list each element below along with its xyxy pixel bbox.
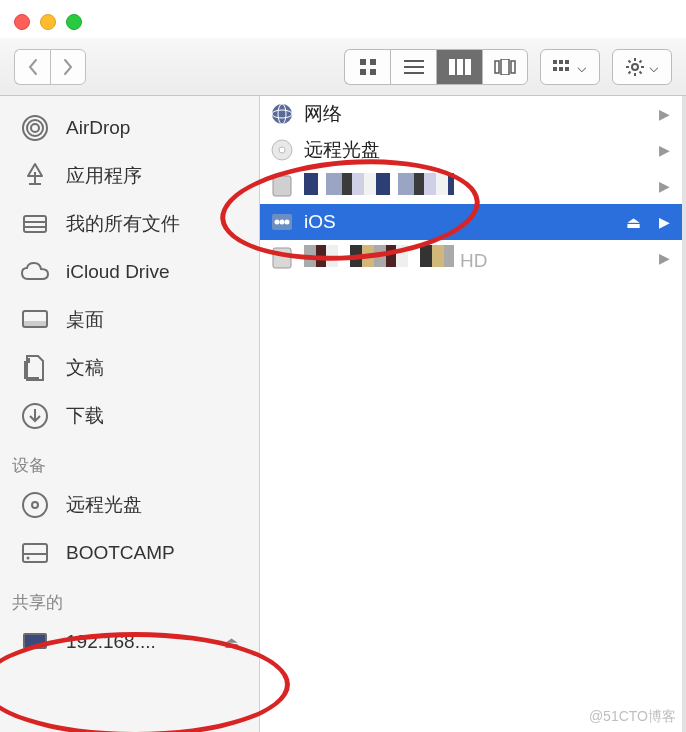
svg-point-19	[632, 64, 638, 70]
apps-icon	[20, 161, 50, 191]
traffic-lights	[14, 14, 82, 30]
sidebar-item-desktop[interactable]: 桌面	[0, 296, 259, 344]
svg-point-32	[27, 557, 30, 560]
svg-rect-17	[559, 67, 563, 71]
sidebar-item-icloud[interactable]: iCloud Drive	[0, 248, 259, 296]
svg-rect-16	[553, 67, 557, 71]
svg-point-30	[32, 502, 38, 508]
column-view-button[interactable]	[436, 49, 482, 85]
sidebar-item-label: 桌面	[66, 307, 104, 333]
documents-icon	[20, 353, 50, 383]
main-item-label	[304, 173, 649, 200]
sidebar-item-documents[interactable]: 文稿	[0, 344, 259, 392]
svg-rect-9	[465, 59, 471, 75]
svg-rect-41	[273, 176, 291, 196]
svg-point-44	[280, 220, 285, 225]
main-item-remote-disc[interactable]: 远程光盘 ▶	[260, 132, 682, 168]
allfiles-icon	[20, 209, 50, 239]
toolbar: ⌵ ⌵	[0, 38, 686, 96]
main-item-label: HD	[304, 245, 649, 272]
group-button[interactable]: ⌵	[540, 49, 600, 85]
nav-buttons	[14, 49, 86, 85]
svg-rect-12	[511, 61, 515, 73]
devices-header: 设备	[0, 440, 259, 481]
main-item-pixelated-2[interactable]: HD ▶	[260, 240, 682, 276]
action-button[interactable]: ⌵	[612, 49, 672, 85]
icon-view-button[interactable]	[344, 49, 390, 85]
sidebar-item-label: 我的所有文件	[66, 211, 180, 237]
chevron-right-icon: ▶	[659, 142, 670, 158]
chevron-right-icon: ▶	[659, 250, 670, 266]
sidebar-item-label: 文稿	[66, 355, 104, 381]
svg-point-20	[31, 124, 39, 132]
network-icon	[270, 102, 294, 126]
sidebar-item-shared-server[interactable]: 192.168.... ⏏	[0, 618, 259, 666]
eject-icon[interactable]: ⏏	[224, 633, 239, 652]
minimize-window-button[interactable]	[40, 14, 56, 30]
main-item-pixelated-1[interactable]: ▶	[260, 168, 682, 204]
sidebar-item-applications[interactable]: 应用程序	[0, 152, 259, 200]
chevron-down-icon: ⌵	[577, 57, 587, 76]
svg-rect-15	[565, 60, 569, 64]
svg-point-43	[275, 220, 280, 225]
close-window-button[interactable]	[14, 14, 30, 30]
sidebar-item-remote-disc[interactable]: 远程光盘	[0, 481, 259, 529]
main-item-label: 远程光盘	[304, 137, 649, 163]
chevron-right-icon: ▶	[659, 214, 670, 230]
main-item-label: 网络	[304, 101, 649, 127]
main-item-ios[interactable]: iOS ⏏ ▶	[260, 204, 682, 240]
svg-rect-0	[360, 59, 366, 65]
column-view-main: 网络 ▶ 远程光盘 ▶ ▶ iOS ⏏ ▶ HD ▶	[260, 96, 686, 732]
svg-rect-13	[553, 60, 557, 64]
sidebar-item-label: 远程光盘	[66, 492, 142, 518]
watermark: @51CTO博客	[589, 708, 676, 726]
svg-point-40	[279, 147, 285, 153]
svg-rect-10	[495, 61, 499, 73]
hdd-icon	[270, 174, 294, 198]
svg-rect-3	[370, 69, 376, 75]
main-item-network[interactable]: 网络 ▶	[260, 96, 682, 132]
svg-point-29	[23, 493, 47, 517]
sidebar-item-airdrop[interactable]: AirDrop	[0, 104, 259, 152]
svg-rect-18	[565, 67, 569, 71]
svg-rect-14	[559, 60, 563, 64]
svg-rect-8	[457, 59, 463, 75]
svg-rect-1	[370, 59, 376, 65]
sidebar-item-bootcamp[interactable]: BOOTCAMP	[0, 529, 259, 577]
icloud-icon	[20, 257, 50, 287]
server-icon	[20, 627, 50, 657]
chevron-right-icon: ▶	[659, 178, 670, 194]
disc-icon	[20, 490, 50, 520]
desktop-icon	[20, 305, 50, 335]
zoom-window-button[interactable]	[66, 14, 82, 30]
svg-point-45	[285, 220, 290, 225]
hdd-icon	[270, 246, 294, 270]
downloads-icon	[20, 401, 50, 431]
sidebar-item-label: BOOTCAMP	[66, 542, 175, 564]
svg-rect-7	[449, 59, 455, 75]
hdd-icon	[20, 538, 50, 568]
shared-icon	[270, 210, 294, 234]
svg-rect-27	[23, 321, 47, 327]
sidebar-item-label: 下载	[66, 403, 104, 429]
view-switcher	[344, 49, 528, 85]
list-view-button[interactable]	[390, 49, 436, 85]
forward-button[interactable]	[50, 49, 86, 85]
main-item-label: iOS	[304, 211, 616, 233]
back-button[interactable]	[14, 49, 50, 85]
chevron-right-icon: ▶	[659, 106, 670, 122]
sidebar-item-allfiles[interactable]: 我的所有文件	[0, 200, 259, 248]
chevron-down-icon: ⌵	[649, 57, 659, 76]
svg-rect-11	[501, 59, 509, 75]
eject-icon[interactable]: ⏏	[626, 213, 641, 232]
sidebar: AirDrop 应用程序 我的所有文件 iCloud Drive 桌面 文稿 下…	[0, 96, 260, 732]
coverflow-view-button[interactable]	[482, 49, 528, 85]
shared-header: 共享的	[0, 577, 259, 618]
svg-point-36	[272, 104, 292, 124]
svg-point-21	[27, 120, 43, 136]
sidebar-item-downloads[interactable]: 下载	[0, 392, 259, 440]
sidebar-item-label: 应用程序	[66, 163, 142, 189]
svg-rect-35	[25, 635, 45, 647]
svg-rect-2	[360, 69, 366, 75]
disc-icon	[270, 138, 294, 162]
